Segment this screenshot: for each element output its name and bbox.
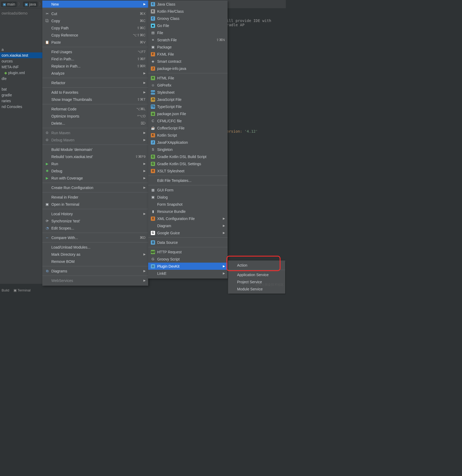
-icon: ▶ bbox=[45, 162, 49, 166]
menu-item-label: Add to Favorites bbox=[51, 90, 141, 95]
newMenu-item-go-file[interactable]: ◆Go File bbox=[148, 22, 228, 29]
contextMenu-item-copy-reference[interactable]: Copy Reference⌥⇧⌘C bbox=[42, 32, 148, 39]
sidebar-item[interactable]: gradle bbox=[0, 92, 42, 98]
sidebar-item[interactable]: nd Consoles bbox=[0, 104, 42, 110]
contextMenu-item-diagrams[interactable]: ⧉Diagrams▶ bbox=[42, 267, 148, 275]
terminal-tab[interactable]: ▣ Terminal bbox=[13, 288, 31, 292]
newMenu-item-coffeescript-file[interactable]: ☕CoffeeScript File bbox=[148, 124, 228, 132]
sidebar-item-test[interactable]: com.xiaokai.test bbox=[0, 52, 42, 58]
contextMenu-item-run-maven[interactable]: ⚙Run Maven▶ bbox=[42, 129, 148, 136]
contextMenu-item-webservices[interactable]: WebServices▶ bbox=[42, 277, 148, 284]
newMenu-item-google-guice[interactable]: GGoogle Guice▶ bbox=[148, 229, 228, 236]
contextMenu-item-add-to-favorites[interactable]: Add to Favorites▶ bbox=[42, 89, 148, 96]
newMenu-item-data-source[interactable]: ☰Data Source bbox=[148, 239, 228, 246]
newMenu-item-gui-form[interactable]: ▦GUI Form bbox=[148, 186, 228, 194]
newMenu-item-kotlin-file-class[interactable]: KKotlin File/Class bbox=[148, 8, 228, 15]
contextMenu-item-optimize-imports[interactable]: Optimize Imports^⌥O bbox=[42, 113, 148, 120]
contextMenu-item-new[interactable]: New▶ bbox=[42, 1, 148, 8]
contextMenu-item-run-with-coverage[interactable]: ▶Run with Coverage▶ bbox=[42, 174, 148, 182]
newMenu-item-gradle-kotlin-dsl-settings[interactable]: GGradle Kotlin DSL Settings bbox=[148, 160, 228, 167]
contextMenu-item-replace-in-path[interactable]: Replace in Path...⇧⌘R bbox=[42, 62, 148, 70]
contextMenu-item-find-usages[interactable]: Find Usages⌥F7 bbox=[42, 48, 148, 55]
newMenu-item-package[interactable]: ▣Package bbox=[148, 43, 228, 51]
pluginMenu-item-action[interactable]: Action bbox=[228, 262, 285, 269]
contextMenu-item-reveal-in-finder[interactable]: Reveal in Finder bbox=[42, 194, 148, 201]
sidebar-item[interactable]: META-INF bbox=[0, 64, 42, 70]
newMenu-item-gitprefix[interactable]: ☺GitPrefix bbox=[148, 82, 228, 89]
contextMenu-item-refactor[interactable]: Refactor▶ bbox=[42, 79, 148, 86]
newMenu-item-kotlin-script[interactable]: KKotlin Script bbox=[148, 132, 228, 139]
contextMenu-item-analyze[interactable]: Analyze▶ bbox=[42, 70, 148, 77]
contextMenu-item-delete[interactable]: Delete...⌦ bbox=[42, 120, 148, 127]
newMenu-item-javascript-file[interactable]: JSJavaScript File bbox=[148, 96, 228, 103]
contextMenu-item-cut[interactable]: ✂Cut⌘X bbox=[42, 10, 148, 17]
newMenu-item-smart-contract[interactable]: ◈Smart contract bbox=[148, 58, 228, 65]
menu-shortcut: ⌘V bbox=[140, 40, 146, 44]
menu-item-label: Run bbox=[51, 162, 141, 166]
newMenu-item-package-json-file[interactable]: ◎package.json File bbox=[148, 110, 228, 117]
newMenu-item-gradle-kotlin-dsl-build-script[interactable]: GGradle Kotlin DSL Build Script bbox=[148, 153, 228, 160]
newMenu-item-javafxapplication[interactable]: JJavaFXApplication bbox=[148, 139, 228, 146]
-icon: ▣ bbox=[151, 195, 155, 199]
contextMenu-item-build-module-demomain[interactable]: Build Module 'demomain' bbox=[42, 146, 148, 153]
newMenu-item-file[interactable]: ▤File bbox=[148, 29, 228, 36]
contextMenu-item-copy[interactable]: ⿻Copy⌘C bbox=[42, 17, 148, 24]
j-icon: J bbox=[151, 140, 155, 145]
contextMenu-item-run[interactable]: ▶Run▶ bbox=[42, 160, 148, 167]
sidebar-item[interactable]: ources bbox=[0, 58, 42, 64]
newMenu-item-fxml-file[interactable]: FFXML File bbox=[148, 51, 228, 58]
newMenu-item-package-info-java[interactable]: Jpackage-info.java bbox=[148, 65, 228, 72]
newMenu-item-stylesheet[interactable]: cssStylesheet bbox=[148, 89, 228, 96]
newMenu-item-java-class[interactable]: CJava Class bbox=[148, 1, 228, 8]
sidebar-item-plugin[interactable]: ◆ plugin.xml bbox=[0, 70, 42, 76]
newMenu-item-linke[interactable]: LinkE▶ bbox=[148, 270, 228, 277]
newMenu-item-cfml-cfc-file[interactable]: CCFML/CFC file bbox=[148, 117, 228, 124]
newMenu-item-plugin-devkit[interactable]: ◘Plugin DevKit▶ bbox=[148, 263, 228, 270]
contextMenu-item-compare-with[interactable]: ↔Compare With...⌘D bbox=[42, 234, 148, 241]
contextMenu-item-rebuild-com-xiaokai-test[interactable]: Rebuild 'com.xiaokai.test'⇧⌘F9 bbox=[42, 153, 148, 160]
newMenu-item-xslt-stylesheet[interactable]: XXSLT Stylesheet bbox=[148, 167, 228, 174]
newMenu-item-form-snapshot[interactable]: Form Snapshot bbox=[148, 201, 228, 208]
contextMenu-item-mark-directory-as[interactable]: Mark Directory as▶ bbox=[42, 251, 148, 258]
sidebar-item[interactable]: bat bbox=[0, 86, 42, 92]
contextMenu-item-open-in-terminal[interactable]: ▣Open in Terminal bbox=[42, 201, 148, 208]
newMenu-item-singleton[interactable]: SSingleton bbox=[148, 146, 228, 153]
newMenu-item-groovy-class[interactable]: CGroovy Class bbox=[148, 15, 228, 22]
menu-item-label: CoffeeScript File bbox=[157, 126, 225, 130]
breadcrumb-java[interactable]: ▣ java bbox=[23, 2, 38, 7]
contextMenu-item-reformat-code[interactable]: Reformat Code⌥⌘L bbox=[42, 105, 148, 113]
sidebar-item[interactable]: dle bbox=[0, 76, 42, 82]
contextMenu-item-load-unload-modules[interactable]: Load/Unload Modules... bbox=[42, 244, 148, 251]
newMenu-item-edit-file-templates[interactable]: Edit File Templates... bbox=[148, 177, 228, 184]
menu-separator bbox=[42, 209, 148, 209]
contextMenu-item-synchronize-test[interactable]: ⟳Synchronize 'test' bbox=[42, 217, 148, 224]
newMenu-item-diagram[interactable]: Diagram▶ bbox=[148, 222, 228, 229]
newMenu-item-xml-configuration-file[interactable]: XXML Configuration File▶ bbox=[148, 215, 228, 222]
newMenu-item-scratch-file[interactable]: ≡Scratch File⇧⌘N bbox=[148, 36, 228, 43]
sidebar-item[interactable]: raries bbox=[0, 98, 42, 104]
blank-icon bbox=[45, 195, 49, 199]
build-tab[interactable]: Build bbox=[2, 288, 9, 292]
pluginMenu-item-application-service[interactable]: Application Service bbox=[228, 271, 285, 278]
newMenu-item-groovy-script[interactable]: GGroovy Script bbox=[148, 255, 228, 263]
contextMenu-item-show-image-thumbnails[interactable]: Show Image Thumbnails⇧⌘T bbox=[42, 96, 148, 103]
breadcrumb-main[interactable]: ▣ main bbox=[1, 2, 17, 7]
newMenu-item-typescript-file[interactable]: TSTypeScript File bbox=[148, 103, 228, 110]
blank-icon bbox=[45, 71, 49, 75]
contextMenu-item-remove-bom[interactable]: Remove BOM bbox=[42, 258, 148, 265]
contextMenu-item-debug-maven[interactable]: ⚙Debug Maven▶ bbox=[42, 136, 148, 143]
contextMenu-item-edit-scopes[interactable]: ◔Edit Scopes... bbox=[42, 224, 148, 232]
submenu-arrow-icon: ▶ bbox=[223, 272, 225, 275]
newMenu-item-http-request[interactable]: apiHTTP Request bbox=[148, 248, 228, 255]
newMenu-item-html-file[interactable]: HHTML File bbox=[148, 74, 228, 82]
menu-item-label: New bbox=[51, 2, 141, 6]
newMenu-item-dialog[interactable]: ▣Dialog bbox=[148, 194, 228, 201]
contextMenu-item-debug[interactable]: ✱Debug▶ bbox=[42, 167, 148, 174]
sidebar-item[interactable]: a bbox=[0, 47, 42, 52]
contextMenu-item-find-in-path[interactable]: Find in Path...⇧⌘F bbox=[42, 55, 148, 62]
contextMenu-item-local-history[interactable]: Local History▶ bbox=[42, 210, 148, 217]
newMenu-item-resource-bundle[interactable]: ▮Resource Bundle bbox=[148, 208, 228, 215]
contextMenu-item-create-run-configuration[interactable]: Create Run Configuration▶ bbox=[42, 184, 148, 191]
contextMenu-item-copy-path[interactable]: Copy Path⇧⌘C bbox=[42, 24, 148, 32]
contextMenu-item-paste[interactable]: 📋Paste⌘V bbox=[42, 39, 148, 46]
